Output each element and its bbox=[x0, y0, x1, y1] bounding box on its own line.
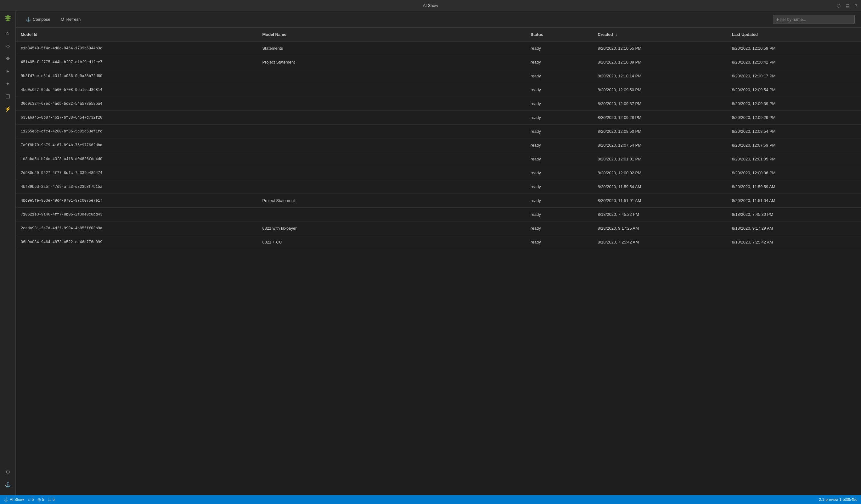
cell-last-updated: 8/18/2020, 7:25:42 AM bbox=[727, 235, 861, 249]
panel-icon[interactable]: ▤ bbox=[846, 3, 850, 8]
sidebar-bottom: ⚙ ⚓ bbox=[2, 466, 14, 493]
cell-last-updated: 8/20/2020, 12:09:39 PM bbox=[727, 97, 861, 111]
sidebar-logo bbox=[3, 14, 12, 23]
help-icon[interactable]: ? bbox=[855, 3, 857, 8]
sidebar-item-home[interactable]: ⌂ bbox=[2, 28, 14, 39]
cell-model-id: e1b84549-5f4c-4d8c-9454-1709b5944b3c bbox=[16, 42, 257, 55]
table-row[interactable]: 710621e3-9a46-4ff7-8b06-2f3de0c0bd43read… bbox=[16, 208, 861, 222]
col-header-status: Status bbox=[525, 28, 592, 42]
cell-created: 8/18/2020, 7:45:22 PM bbox=[592, 208, 727, 222]
table-row[interactable]: 4bc9e5fe-953e-49d4-9701-97c0075e7e17Proj… bbox=[16, 194, 861, 208]
status-count2[interactable]: ◎ 5 bbox=[38, 498, 44, 502]
sidebar-item-layers[interactable]: ❖ bbox=[2, 53, 14, 64]
table-row[interactable]: 9b3fd7ce-e51d-431f-a036-0e9a38b72d60read… bbox=[16, 69, 861, 83]
table-row[interactable]: 11265e6c-cfc4-4260-bf36-5d01d53ef1fcread… bbox=[16, 125, 861, 138]
plug-icon: ⚡ bbox=[5, 106, 11, 112]
sidebar-item-person[interactable]: ⚓ bbox=[2, 479, 14, 490]
sidebar-item-settings[interactable]: ⚙ bbox=[2, 466, 14, 478]
cell-model-id: 635a6a45-8b87-4617-bf38-64547d732f20 bbox=[16, 111, 257, 125]
status-app-name[interactable]: ⚓ AI Show bbox=[4, 498, 24, 502]
col-header-model-id: Model Id bbox=[16, 28, 257, 42]
table-row[interactable]: 635a6a45-8b87-4617-bf38-64547d732f20read… bbox=[16, 111, 861, 125]
layers-icon: ❖ bbox=[6, 56, 10, 62]
col-header-created[interactable]: Created ↓ bbox=[592, 28, 727, 42]
bookmark-icon: ◇ bbox=[6, 43, 10, 49]
sidebar-item-run[interactable]: ▶ bbox=[2, 66, 14, 77]
status-bar-right: 2.1-preview.1-530545c bbox=[819, 498, 857, 502]
share-icon[interactable]: ⬡ bbox=[837, 3, 840, 8]
status-count3[interactable]: ❑ 5 bbox=[48, 498, 55, 502]
sidebar-item-bulb[interactable]: ✦ bbox=[2, 78, 14, 89]
cell-last-updated: 8/20/2020, 12:10:42 PM bbox=[727, 55, 861, 69]
table-row[interactable]: 2cada931-fe7d-4d2f-9994-4b85fff03b9a8821… bbox=[16, 222, 861, 235]
refresh-button[interactable]: ↺ Refresh bbox=[57, 14, 85, 24]
cell-last-updated: 8/20/2020, 12:10:17 PM bbox=[727, 69, 861, 83]
title-bar: AI Show ⬡ ▤ ? bbox=[0, 0, 861, 11]
cell-model-id: 451405af-f775-444b-bf97-e1bf9ed1fee7 bbox=[16, 55, 257, 69]
cell-created: 8/20/2020, 11:51:01 AM bbox=[592, 194, 727, 208]
status-doc-icon: ❑ bbox=[48, 498, 51, 502]
cell-model-id: 4bd0c627-02dc-4b60-b708-9da1dcd86814 bbox=[16, 83, 257, 97]
cell-status: ready bbox=[525, 166, 592, 180]
cell-created: 8/20/2020, 12:09:37 PM bbox=[592, 97, 727, 111]
sidebar-item-doc[interactable]: ❑ bbox=[2, 90, 14, 102]
table-row[interactable]: 4bd0c627-02dc-4b60-b708-9da1dcd86814read… bbox=[16, 83, 861, 97]
gear-icon: ⚙ bbox=[6, 469, 10, 475]
compose-button[interactable]: ⚓ Compose bbox=[22, 15, 54, 24]
cell-status: ready bbox=[525, 55, 592, 69]
status-bookmark-icon: ◇ bbox=[28, 498, 30, 502]
cell-status: ready bbox=[525, 42, 592, 55]
cell-model-name bbox=[257, 97, 525, 111]
cell-last-updated: 8/20/2020, 12:09:54 PM bbox=[727, 83, 861, 97]
cell-model-name: Project Statement bbox=[257, 55, 525, 69]
cell-model-name bbox=[257, 111, 525, 125]
table-row[interactable]: 7a9f8b70-9b79-4167-894b-75e977662dbaread… bbox=[16, 138, 861, 152]
table-row[interactable]: 30c0c324-67ec-4adb-bc82-54a578e58ba4read… bbox=[16, 97, 861, 111]
status-bar: ⚓ AI Show ◇ 5 ◎ 5 ❑ 5 2.1-preview.1-5305… bbox=[0, 495, 861, 504]
cell-model-id: 1d8aba5a-b24c-43f8-a418-d04826fdc4d0 bbox=[16, 152, 257, 166]
cell-model-id: 710621e3-9a46-4ff7-8b06-2f3de0c0bd43 bbox=[16, 208, 257, 222]
cell-model-name bbox=[257, 69, 525, 83]
status-version: 2.1-preview.1-530545c bbox=[819, 498, 857, 502]
home-icon: ⌂ bbox=[6, 30, 10, 36]
cell-model-name: Project Statement bbox=[257, 194, 525, 208]
table-row[interactable]: 06b9a034-9464-4873-a522-ca46d776e0998821… bbox=[16, 235, 861, 249]
bulb-icon: ✦ bbox=[6, 81, 10, 87]
table-row[interactable]: 2d980e20-9527-4f77-8dfc-7a339e489474read… bbox=[16, 166, 861, 180]
cell-last-updated: 8/20/2020, 11:59:59 AM bbox=[727, 180, 861, 194]
cell-model-id: 9b3fd7ce-e51d-431f-a036-0e9a38b72d60 bbox=[16, 69, 257, 83]
table-body: e1b84549-5f4c-4d8c-9454-1709b5944b3cStat… bbox=[16, 42, 861, 249]
content-area: ⚓ Compose ↺ Refresh Model Id Mo bbox=[16, 11, 861, 495]
person-icon: ⚓ bbox=[5, 482, 11, 488]
refresh-icon: ↺ bbox=[60, 16, 65, 22]
toolbar: ⚓ Compose ↺ Refresh bbox=[16, 11, 861, 28]
cell-last-updated: 8/20/2020, 12:01:05 PM bbox=[727, 152, 861, 166]
compose-label: Compose bbox=[33, 17, 50, 22]
cell-model-id: 06b9a034-9464-4873-a522-ca46d776e099 bbox=[16, 235, 257, 249]
sidebar-item-bookmark[interactable]: ◇ bbox=[2, 40, 14, 52]
cell-status: ready bbox=[525, 69, 592, 83]
cell-model-name: 8821 with taxpayer bbox=[257, 222, 525, 235]
table-row[interactable]: 1d8aba5a-b24c-43f8-a418-d04826fdc4d0read… bbox=[16, 152, 861, 166]
model-table-container[interactable]: Model Id Model Name Status Created ↓ bbox=[16, 28, 861, 495]
cell-created: 8/18/2020, 7:25:42 AM bbox=[592, 235, 727, 249]
filter-input[interactable] bbox=[773, 15, 855, 24]
sidebar-nav: ⌂ ◇ ❖ ▶ ✦ ❑ ⚡ bbox=[2, 28, 14, 466]
table-row[interactable]: 4bf89b6d-2a5f-47d9-afa3-d823b8f7b15aread… bbox=[16, 180, 861, 194]
cell-last-updated: 8/18/2020, 9:17:29 AM bbox=[727, 222, 861, 235]
table-row[interactable]: 451405af-f775-444b-bf97-e1bf9ed1fee7Proj… bbox=[16, 55, 861, 69]
cell-created: 8/20/2020, 12:10:55 PM bbox=[592, 42, 727, 55]
cell-model-name bbox=[257, 125, 525, 138]
cell-model-name bbox=[257, 208, 525, 222]
doc-icon: ❑ bbox=[6, 94, 10, 99]
cell-model-id: 30c0c324-67ec-4adb-bc82-54a578e58ba4 bbox=[16, 97, 257, 111]
col-header-last-updated: Last Updated bbox=[727, 28, 861, 42]
cell-model-name bbox=[257, 166, 525, 180]
status-count1[interactable]: ◇ 5 bbox=[28, 498, 34, 502]
cell-last-updated: 8/20/2020, 12:08:54 PM bbox=[727, 125, 861, 138]
table-row[interactable]: e1b84549-5f4c-4d8c-9454-1709b5944b3cStat… bbox=[16, 42, 861, 55]
refresh-label: Refresh bbox=[66, 17, 81, 22]
cell-model-name: 8821 + CC bbox=[257, 235, 525, 249]
model-table: Model Id Model Name Status Created ↓ bbox=[16, 28, 861, 249]
sidebar-item-plug[interactable]: ⚡ bbox=[2, 103, 14, 114]
